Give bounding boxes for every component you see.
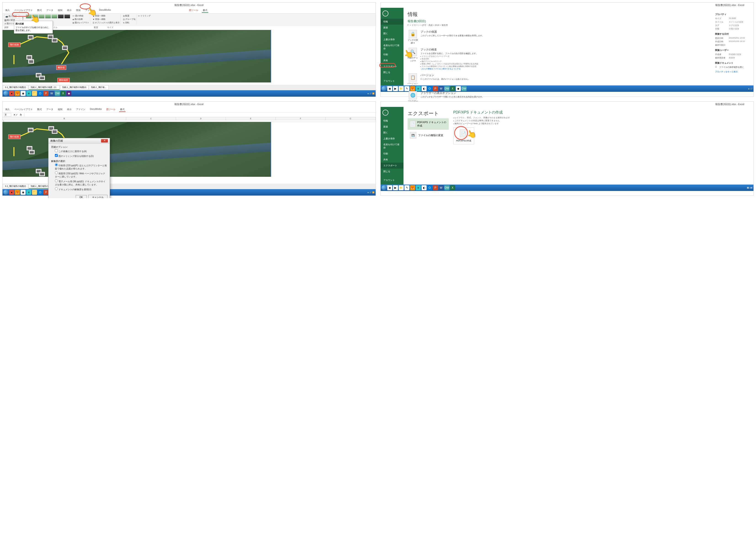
taskbar-powerpoint-icon[interactable]: P: [43, 91, 48, 96]
photo-thumbnail-icon[interactable]: [28, 59, 34, 64]
start-button[interactable]: [3, 91, 9, 96]
taskbar-app-icon[interactable]: ◐: [421, 185, 427, 190]
sidebar-item-account[interactable]: アカウント: [381, 78, 403, 84]
taskbar-app-icon[interactable]: ▶: [393, 185, 398, 190]
taskbar-chrome-icon[interactable]: ◉: [387, 86, 392, 91]
taskbar-dw-icon[interactable]: DW: [445, 185, 449, 190]
taskbar-app-icon[interactable]: ✎: [404, 86, 409, 91]
taskbar-firefox-icon[interactable]: 🦊: [410, 185, 415, 190]
tab-data[interactable]: データ: [45, 107, 54, 112]
sidebar-item-saveas[interactable]: 名前を付けて保存: [381, 141, 403, 151]
start-button[interactable]: [382, 185, 387, 190]
radio-screen[interactable]: 画面用 (150 ppi)(S): Web ページやプロジェクターに適しています…: [51, 171, 107, 179]
start-button[interactable]: [382, 86, 387, 91]
send-backward-button[interactable]: ▼ 背面へ移動: [93, 18, 120, 21]
tab-docuworks[interactable]: DocuWorks: [89, 107, 103, 112]
manage-versions-button[interactable]: 📋バージョンの管理 ▾: [408, 73, 418, 88]
taskbar-ie-icon[interactable]: e: [416, 86, 421, 91]
sidebar-item-export[interactable]: エクスポート: [381, 64, 403, 69]
checkbox-delete-cropped[interactable]: 図のトリミング部分を削除する(D): [51, 153, 107, 158]
picture-styles-gallery[interactable]: [26, 14, 70, 18]
open-location-link[interactable]: ☐ ファイルの保存場所を開く: [715, 65, 749, 69]
create-pdf-xps-button[interactable]: 📄 PDF/XPSの作成: [453, 127, 474, 144]
taskbar-excel-icon[interactable]: X: [450, 185, 455, 190]
compress-pictures-button[interactable]: 📷 図の圧縮: [4, 14, 19, 18]
crop-button[interactable]: ✂ トリミング: [138, 14, 151, 17]
sheet-tab-active[interactable]: 別紙２_飛行場所の地図（3）: [29, 85, 60, 90]
align-button[interactable]: ⊟ 配置: [123, 14, 136, 17]
photo-thumbnail-icon[interactable]: [52, 129, 58, 134]
bring-forward-button[interactable]: ▲ 前面へ移動: [93, 14, 120, 17]
tab-formula[interactable]: 数式: [36, 107, 43, 112]
style-thumb[interactable]: [45, 14, 51, 18]
tab-addin[interactable]: アドイン: [75, 107, 86, 112]
taskbar-app-icon[interactable]: ◐: [421, 86, 427, 91]
radio-email[interactable]: 電子メール用 (96 ppi)(E): ドキュメントのサイズを最小限に抑え、共有…: [51, 179, 107, 187]
close-button[interactable]: ✕: [101, 139, 108, 142]
taskbar-firefox-icon[interactable]: 🦊: [410, 86, 415, 91]
taskbar-ie-icon[interactable]: e: [26, 190, 31, 195]
tab-docuworks[interactable]: DocuWorks: [98, 8, 112, 13]
tab-layout[interactable]: ページレイアウト: [14, 8, 34, 13]
sidebar-item-close[interactable]: 閉じる: [381, 168, 403, 174]
tab-data[interactable]: データ: [45, 8, 54, 13]
allow-save-link[interactable]: これらの情報をファイルに保存できるようにする: [420, 67, 478, 70]
taskbar-app-icon[interactable]: 📁: [399, 185, 404, 190]
taskbar-app-icon[interactable]: ●: [9, 190, 14, 195]
sidebar-item-print[interactable]: 印刷: [381, 151, 403, 157]
system-tray[interactable]: ▲ 🔊 📶: [367, 191, 374, 193]
picture-layout-button[interactable]: ⊞ 図のレイアウト: [72, 21, 89, 24]
sidebar-item-export[interactable]: エクスポート: [381, 163, 403, 168]
tab-format[interactable]: 書式: [202, 8, 208, 13]
checkbox-apply-only[interactable]: この画像だけに適用する(A): [51, 149, 107, 153]
sidebar-item-print[interactable]: 印刷: [381, 52, 403, 58]
taskbar-app-icon[interactable]: ●: [9, 91, 14, 96]
photo-thumbnail-icon[interactable]: [28, 35, 34, 39]
sheet-tab[interactable]: 5 2_飛行場所の地図(2): [3, 85, 28, 90]
taskbar-ie-icon[interactable]: e: [416, 185, 421, 190]
style-thumb[interactable]: [26, 14, 32, 18]
taskbar-chrome-icon[interactable]: ◉: [387, 185, 392, 190]
taskbar-app-icon[interactable]: ◆: [456, 86, 461, 91]
taskbar-firefox-icon[interactable]: 🦊: [15, 190, 20, 195]
style-thumb[interactable]: [39, 14, 44, 18]
taskbar-dw-icon[interactable]: DW: [462, 86, 467, 91]
taskbar-dw-icon[interactable]: DW: [55, 91, 60, 96]
taskbar-ie-icon[interactable]: e: [26, 91, 31, 96]
taskbar-app-icon[interactable]: ◆: [66, 91, 71, 96]
sheet-tab[interactable]: 5 2_飛行場所の地図(2): [3, 184, 28, 189]
taskbar-app-icon[interactable]: 📁: [399, 86, 404, 91]
taskbar-powerpoint-icon[interactable]: P: [43, 190, 48, 195]
photo-thumbnail-icon[interactable]: [28, 128, 34, 132]
photo-thumbnail-icon[interactable]: [52, 38, 58, 42]
tab-insert[interactable]: 挿入: [4, 8, 11, 13]
tab-formula[interactable]: 数式: [36, 8, 43, 13]
tab-addin[interactable]: アドイン: [84, 8, 95, 13]
back-button[interactable]: ←: [383, 11, 389, 16]
taskbar-firefox-icon[interactable]: 🦊: [15, 91, 20, 96]
system-tray[interactable]: ▲ 🔊: [748, 88, 753, 90]
sidebar-item-save[interactable]: 上書き保存: [381, 37, 403, 42]
start-button[interactable]: [3, 190, 9, 195]
tab-view[interactable]: 表示: [66, 8, 72, 13]
taskbar-word-icon[interactable]: W: [439, 185, 444, 190]
picture-border-button[interactable]: ▭ 図の枠線: [72, 14, 89, 17]
taskbar-app-icon[interactable]: ✎: [404, 185, 409, 190]
photo-thumbnail-icon[interactable]: [39, 76, 45, 80]
style-thumb[interactable]: [64, 14, 70, 18]
style-thumb[interactable]: [32, 14, 38, 18]
photo-thumbnail-icon[interactable]: [39, 172, 45, 176]
system-tray[interactable]: ▲ 🔊 📶: [367, 92, 374, 94]
radio-print[interactable]: 印刷用 (220 ppi)(P): ほとんどのプリンターと画面で優れた品質が得ら…: [51, 163, 107, 171]
group-button[interactable]: ⊡ グループ化: [123, 18, 136, 21]
photo-thumbnail-icon[interactable]: [62, 45, 68, 50]
taskbar-chrome-icon[interactable]: ◉: [20, 190, 26, 195]
taskbar-outlook-icon[interactable]: O: [427, 185, 432, 190]
tab-insert[interactable]: 挿入: [4, 107, 11, 112]
sidebar-item-share[interactable]: 共有: [381, 58, 403, 64]
taskbar-app-icon[interactable]: ▶: [393, 86, 398, 91]
name-box[interactable]: 8: [4, 113, 11, 116]
taskbar-excel-icon[interactable]: X: [61, 91, 66, 96]
taskbar-dw-icon[interactable]: DW: [445, 86, 449, 91]
sidebar-item-new[interactable]: 新規: [381, 25, 403, 31]
